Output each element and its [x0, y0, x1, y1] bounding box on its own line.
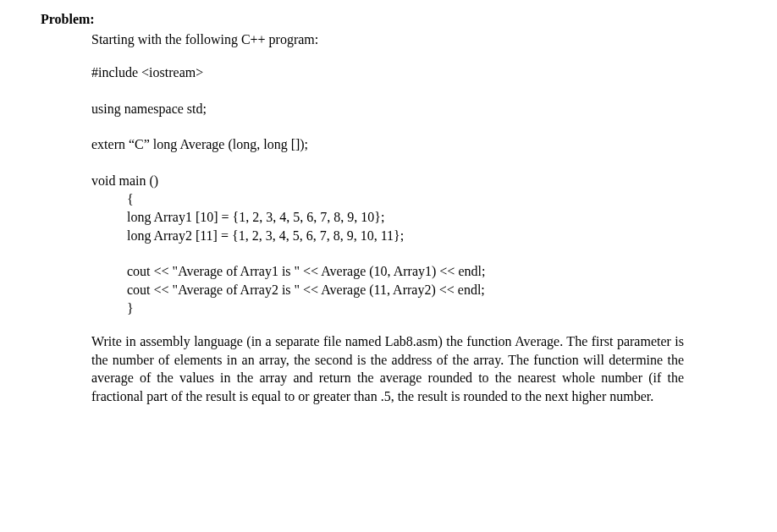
intro-text: Starting with the following C++ program: — [91, 30, 736, 49]
content-block: Starting with the following C++ program:… — [91, 30, 736, 406]
code-array1: long Array1 [10] = {1, 2, 3, 4, 5, 6, 7,… — [127, 208, 736, 227]
blank-line — [91, 82, 736, 100]
problem-description: Write in assembly language (in a separat… — [91, 332, 684, 405]
code-voidmain: void main () — [91, 172, 736, 190]
code-include: #include <iostream> — [91, 63, 736, 82]
code-using: using namespace std; — [91, 100, 736, 118]
blank-line — [91, 154, 736, 172]
problem-heading: Problem: — [41, 10, 736, 29]
code-cout1: cout << "Average of Array1 is " << Avera… — [127, 262, 736, 281]
blank-line — [91, 118, 736, 135]
code-openbrace: { — [127, 190, 736, 209]
code-cout2: cout << "Average of Array2 is " << Avera… — [127, 281, 736, 299]
code-array2: long Array2 [11] = {1, 2, 3, 4, 5, 6, 7,… — [127, 227, 736, 245]
code-closebrace: } — [127, 299, 736, 318]
blank-line — [91, 244, 736, 262]
code-extern: extern “C” long Average (long, long []); — [91, 135, 736, 154]
